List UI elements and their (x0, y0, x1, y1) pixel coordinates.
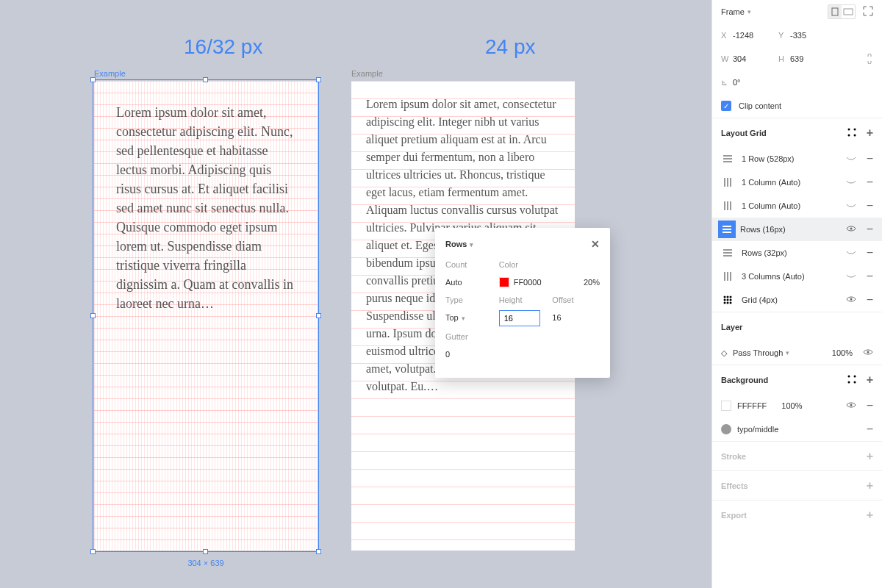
chevron-down-icon[interactable]: ▾ (786, 349, 789, 356)
layout-grid-item[interactable]: Rows (32px)− (712, 241, 882, 265)
add-icon[interactable]: + (867, 126, 873, 140)
remove-icon[interactable]: − (867, 270, 873, 283)
color-value[interactable]: FF0000 (499, 275, 547, 290)
rows-icon[interactable] (721, 154, 734, 164)
export-heading: Export (721, 511, 747, 520)
orientation-segmented[interactable] (828, 4, 856, 19)
color-label: Color (499, 260, 547, 269)
add-icon[interactable]: + (867, 373, 873, 387)
bg-hex[interactable]: FFFFFF (737, 401, 767, 410)
layout-grid-item[interactable]: Rows (16px)− (712, 218, 882, 241)
portrait-icon[interactable] (828, 5, 842, 18)
blend-mode[interactable]: Pass Through (733, 348, 783, 357)
layout-grid-item[interactable]: 1 Row (528px)− (712, 147, 882, 171)
eye-closed-icon[interactable] (846, 272, 856, 281)
y-label: Y (778, 31, 790, 40)
layout-grid-item[interactable]: 3 Columns (Auto)− (712, 265, 882, 288)
svg-point-9 (730, 296, 732, 298)
grid-label: Rows (16px) (740, 225, 786, 234)
constrain-icon[interactable] (866, 54, 873, 64)
w-label: W (721, 54, 733, 63)
remove-icon[interactable]: − (867, 246, 873, 259)
h-value[interactable]: 639 (790, 54, 836, 63)
add-icon[interactable]: + (867, 479, 873, 492)
inspector-panel: Frame▾ X-1248 Y-335 W304 H639 ⊾0° ✓ Clip… (711, 0, 882, 588)
close-icon[interactable]: ✕ (591, 238, 600, 250)
remove-icon[interactable]: − (867, 152, 873, 165)
remove-icon[interactable]: − (867, 223, 873, 236)
effects-heading: Effects (721, 481, 748, 490)
grid-icon[interactable] (721, 295, 734, 305)
remove-icon[interactable]: − (867, 293, 873, 306)
add-icon[interactable]: + (867, 509, 873, 522)
eye-open-icon[interactable] (846, 401, 856, 410)
chevron-down-icon[interactable]: ▾ (747, 8, 751, 15)
layout-grid-item[interactable]: Grid (4px)− (712, 288, 882, 312)
offset-value[interactable]: 16 (552, 310, 600, 326)
y-value[interactable]: -335 (790, 31, 836, 40)
applied-style[interactable]: typo/middle (737, 425, 778, 434)
rows-icon[interactable] (718, 220, 736, 238)
angle-icon: ⊾ (721, 78, 733, 87)
clip-checkbox[interactable]: ✓ (721, 101, 731, 111)
svg-rect-1 (844, 9, 853, 15)
heading-right: 24 px (485, 35, 536, 59)
remove-icon[interactable]: − (867, 176, 873, 189)
w-value[interactable]: 304 (733, 54, 778, 63)
grid-label: Rows (32px) (742, 248, 787, 257)
svg-point-14 (727, 302, 729, 304)
grid-label: 3 Columns (Auto) (742, 272, 805, 281)
x-value[interactable]: -1248 (733, 31, 778, 40)
landscape-icon[interactable] (842, 5, 855, 18)
gutter-label: Gutter (445, 332, 493, 341)
layout-grid-heading: Layout Grid (721, 129, 767, 137)
bg-swatch[interactable] (721, 401, 731, 411)
cols-icon[interactable] (721, 271, 734, 282)
add-icon[interactable]: + (867, 450, 873, 463)
remove-icon[interactable]: − (867, 423, 873, 436)
svg-point-15 (730, 302, 732, 304)
layout-grid-item[interactable]: 1 Column (Auto)− (712, 171, 882, 194)
chevron-down-icon[interactable]: ▾ (470, 241, 473, 248)
frame-1[interactable]: Example Lorem ipsum dolor sit amet, cons… (94, 81, 318, 551)
eye-closed-icon[interactable] (846, 154, 856, 163)
eye-open-icon[interactable] (846, 225, 856, 234)
layer-opacity[interactable]: 100% (832, 348, 853, 357)
count-value[interactable]: Auto (445, 275, 493, 290)
gutter-value[interactable]: 0 (445, 347, 493, 362)
svg-point-4 (847, 134, 850, 136)
eye-closed-icon[interactable] (846, 248, 856, 257)
frame-label: Example (94, 69, 126, 78)
remove-icon[interactable]: − (867, 199, 873, 212)
type-value[interactable]: Top▾ (445, 310, 493, 326)
svg-point-18 (847, 375, 850, 377)
svg-point-11 (727, 299, 729, 301)
resize-fit-icon[interactable] (863, 6, 873, 18)
chevron-down-icon[interactable]: ▾ (462, 315, 465, 322)
blend-icon[interactable]: ◇ (721, 348, 727, 358)
styles-icon[interactable] (847, 128, 856, 138)
svg-point-19 (853, 375, 856, 377)
layout-grid-item[interactable]: 1 Column (Auto)− (712, 194, 882, 218)
angle-value[interactable]: 0° (733, 78, 778, 87)
bg-opacity[interactable]: 100% (781, 401, 802, 410)
remove-icon[interactable]: − (867, 399, 873, 412)
frame-type[interactable]: Frame (721, 7, 745, 16)
frame-label: Example (351, 69, 383, 78)
eye-closed-icon[interactable] (846, 178, 856, 187)
example-text-1: Lorem ipsum dolor sit amet, consectetur … (94, 81, 318, 335)
cols-icon[interactable] (721, 177, 734, 187)
popover-title[interactable]: Rows (445, 240, 467, 248)
svg-point-5 (853, 134, 856, 136)
rows-popover: Rows▾ ✕ CountColor Auto FF0000 20% TypeH… (435, 228, 610, 378)
color-opacity[interactable]: 20% (552, 275, 600, 290)
styles-icon[interactable] (847, 375, 856, 385)
eye-open-icon[interactable] (846, 295, 856, 304)
rows-icon[interactable] (721, 248, 734, 258)
eye-open-icon[interactable] (863, 348, 873, 357)
svg-point-10 (724, 299, 726, 301)
height-input[interactable] (499, 310, 540, 326)
style-swatch[interactable] (721, 424, 731, 434)
eye-closed-icon[interactable] (846, 201, 856, 210)
cols-icon[interactable] (721, 201, 734, 211)
